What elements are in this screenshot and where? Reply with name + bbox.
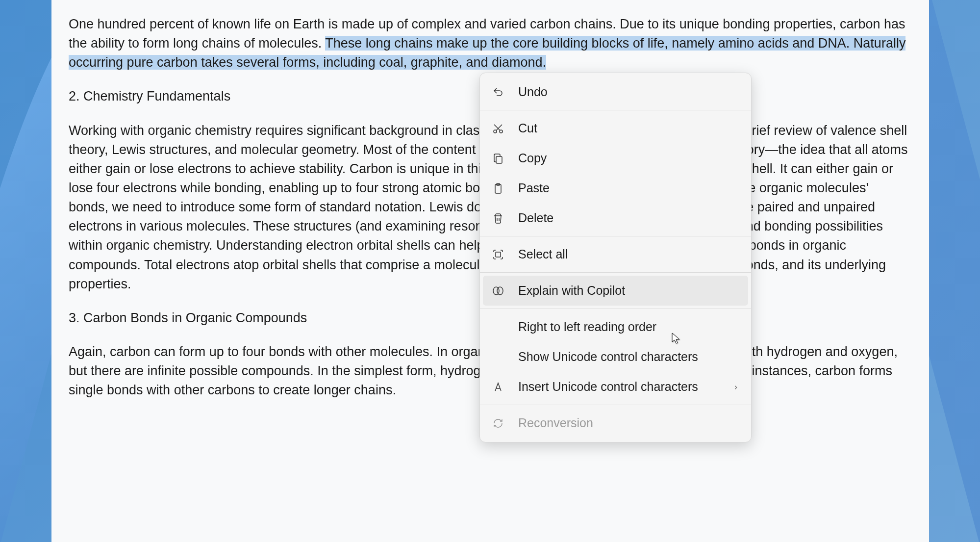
menu-label-rtl-order: Right to left reading order [518,320,739,334]
menu-item-paste[interactable]: Paste [480,173,751,203]
svg-point-7 [497,287,503,295]
menu-separator [480,405,751,405]
menu-separator [480,110,751,110]
menu-item-copy[interactable]: Copy [480,143,751,173]
menu-label-explain-copilot: Explain with Copilot [518,284,739,298]
copy-icon [492,152,504,165]
svg-rect-2 [496,156,502,163]
menu-item-explain-copilot[interactable]: Explain with Copilot [483,276,748,306]
reconversion-icon [492,417,504,430]
cut-icon [492,122,504,135]
menu-label-paste: Paste [518,181,739,195]
menu-separator [480,272,751,273]
chevron-right-icon [732,380,739,394]
select-all-icon [492,248,504,261]
menu-label-insert-unicode: Insert Unicode control characters [518,380,732,394]
svg-rect-5 [496,252,501,257]
menu-label-show-unicode: Show Unicode control characters [518,350,739,364]
menu-item-reconversion: Reconversion [480,408,751,438]
svg-point-0 [494,130,497,133]
menu-item-show-unicode[interactable]: Show Unicode control characters [480,342,751,372]
undo-icon [492,86,504,99]
context-menu: Undo Cut Copy Paste Delete Select all [479,73,752,442]
menu-label-cut: Cut [518,121,739,135]
delete-icon [492,212,504,225]
menu-label-select-all: Select all [518,247,739,261]
menu-label-undo: Undo [518,85,739,99]
mouse-cursor [672,333,681,345]
menu-label-delete: Delete [518,211,739,225]
menu-separator [480,236,751,236]
menu-item-insert-unicode[interactable]: Insert Unicode control characters [480,372,751,402]
copilot-icon [492,284,504,297]
menu-item-cut[interactable]: Cut [480,113,751,143]
paste-icon [492,182,504,195]
menu-item-undo[interactable]: Undo [480,77,751,107]
menu-separator [480,309,751,309]
insert-unicode-icon [492,381,504,393]
menu-label-copy: Copy [518,151,739,165]
menu-item-select-all[interactable]: Select all [480,239,751,269]
menu-item-delete[interactable]: Delete [480,203,751,233]
menu-item-rtl-order[interactable]: Right to left reading order [480,312,751,342]
svg-point-1 [500,130,503,133]
paragraph-1[interactable]: One hundred percent of known life on Ear… [69,15,912,72]
menu-label-reconversion: Reconversion [518,416,739,430]
